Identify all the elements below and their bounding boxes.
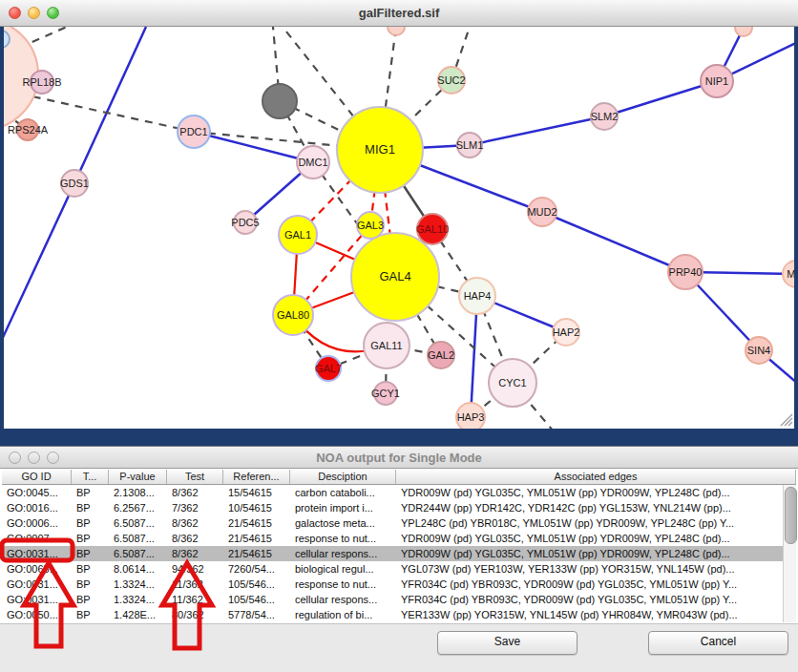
cell: YER133W (pp) YOR315W, YNL145W (pd) YHR08… bbox=[396, 607, 781, 622]
cancel-button[interactable]: Cancel bbox=[648, 631, 788, 655]
table-row[interactable]: GO:0050...BP1.428E...80/3625778/54...reg… bbox=[2, 607, 796, 622]
node-label: GAL11 bbox=[370, 340, 402, 351]
node-label: PDC5 bbox=[231, 217, 259, 228]
cell: 80/362 bbox=[167, 607, 223, 622]
node-label: GDS1 bbox=[60, 178, 89, 189]
node-label: NIP1 bbox=[705, 75, 728, 87]
table-header-row: GO IDT...P-valueTestReferen...Desciption… bbox=[2, 469, 796, 485]
cell: GO:0007... bbox=[2, 531, 72, 546]
cell: 8.0614... bbox=[109, 561, 167, 577]
column-header-t-[interactable]: T... bbox=[72, 470, 109, 484]
node-label: GCY1 bbox=[371, 388, 400, 399]
node-label: MUD2 bbox=[527, 206, 556, 218]
node-label: HAP4 bbox=[464, 290, 492, 302]
cell: 2.1308... bbox=[109, 485, 167, 500]
node-label: GAL80 bbox=[277, 309, 309, 321]
network-canvas[interactable]: RPL18BRPS24AGDS1PDC1PDC5MIG1DMC1SUC2SLM1… bbox=[0, 0, 798, 441]
cell: cellular respons... bbox=[290, 592, 396, 607]
node-label: HAP2 bbox=[553, 326, 580, 338]
cell: 6.5087... bbox=[109, 531, 167, 546]
cell: GO:0065... bbox=[2, 561, 72, 577]
cell: YDR009W (pd) YGL035C, YML051W (pp) YDR00… bbox=[396, 531, 781, 546]
node-label: GAL3 bbox=[357, 220, 384, 231]
cell: 21/54615 bbox=[223, 546, 290, 561]
cell: GO:0006... bbox=[2, 515, 72, 531]
noa-window-title: NOA output for Single Mode bbox=[0, 451, 798, 465]
cell: GO:0045... bbox=[2, 485, 72, 500]
node-label: HAP3 bbox=[457, 411, 485, 423]
cell: biological regul... bbox=[290, 561, 396, 577]
node-gray[interactable] bbox=[262, 84, 297, 118]
cell: carbon cataboli... bbox=[290, 485, 396, 500]
cell: 11/362 bbox=[167, 592, 223, 607]
cell: BP bbox=[72, 577, 109, 592]
table-body: GO:0045...BP2.1308...8/36215/54615carbon… bbox=[2, 485, 796, 622]
noa-window-titlebar[interactable]: NOA output for Single Mode bbox=[0, 447, 798, 469]
table-row[interactable]: GO:0031...BP6.5087...8/36221/54615cellul… bbox=[2, 546, 796, 561]
column-header-desciption[interactable]: Desciption bbox=[290, 470, 396, 484]
cell: YDR009W (pd) YGL035C, YML051W (pp) YDR00… bbox=[396, 546, 781, 561]
scrollbar-thumb[interactable] bbox=[785, 487, 797, 544]
cell: regulation of bi... bbox=[290, 607, 396, 622]
cell: YDR009W (pd) YGL035C, YML051W (pp) YDR00… bbox=[396, 485, 781, 500]
node-label: DMC1 bbox=[298, 157, 327, 168]
cell: 94/362 bbox=[167, 561, 223, 577]
cell: GO:0031... bbox=[2, 546, 72, 561]
node-label: SUC2 bbox=[437, 74, 465, 86]
column-header-test[interactable]: Test bbox=[167, 470, 223, 484]
cell: BP bbox=[72, 485, 109, 500]
cell: 10/54615 bbox=[223, 500, 290, 515]
cell: 8/362 bbox=[167, 485, 223, 500]
table-row[interactable]: GO:0006...BP6.5087...8/36221/54615galact… bbox=[2, 515, 796, 531]
cell: 21/54615 bbox=[223, 531, 290, 546]
cell: 6.5087... bbox=[109, 546, 167, 561]
column-header-p-value[interactable]: P-value bbox=[109, 470, 167, 484]
cell: BP bbox=[72, 500, 109, 515]
cell: response to nut... bbox=[290, 531, 396, 546]
save-button[interactable]: Save bbox=[437, 631, 578, 655]
table-row[interactable]: GO:0065...BP8.0614...94/3627260/54...bio… bbox=[2, 561, 796, 577]
cell: 7260/54... bbox=[223, 561, 290, 577]
network-window-title: galFiltered.sif bbox=[0, 6, 798, 20]
column-header-referen-[interactable]: Referen... bbox=[223, 470, 290, 484]
cell: GO:0016... bbox=[2, 500, 72, 515]
network-window-titlebar[interactable]: galFiltered.sif bbox=[0, 0, 798, 27]
cell: YFR034C (pd) YBR093C, YDR009W (pd) YGL03… bbox=[396, 592, 781, 607]
cell: 6.2567... bbox=[109, 500, 167, 515]
node-label: RPL18B bbox=[23, 76, 62, 88]
cell: 8/362 bbox=[167, 515, 223, 531]
table-row[interactable]: GO:0031...BP1.3324...11/362105/546...cel… bbox=[2, 592, 796, 607]
button-bar: Save Cancel bbox=[0, 623, 798, 672]
node-label: PRP40 bbox=[669, 266, 703, 278]
table-row[interactable]: GO:0031...BP1.3324...11/362105/546...res… bbox=[2, 577, 796, 592]
cell: BP bbox=[72, 546, 109, 561]
cell: BP bbox=[72, 607, 109, 622]
node-label: RPS24A bbox=[8, 124, 49, 136]
cell: 1.3324... bbox=[109, 577, 167, 592]
table-row[interactable]: GO:0016...BP6.2567...7/36210/54615protei… bbox=[2, 500, 796, 515]
cell: 15/54615 bbox=[223, 485, 290, 500]
cell: response to nut... bbox=[290, 577, 396, 592]
node-label: GAL4 bbox=[379, 269, 410, 284]
vertical-scrollbar[interactable] bbox=[783, 485, 796, 622]
cell: galactose meta... bbox=[290, 515, 396, 531]
cell: BP bbox=[72, 515, 109, 531]
node-label: CYC1 bbox=[498, 377, 526, 388]
table-row[interactable]: GO:0007...BP6.5087...8/36221/54615respon… bbox=[2, 531, 796, 546]
cell: YDR244W (pp) YDR142C, YDR142C (pp) YGL15… bbox=[396, 500, 781, 515]
node-label: SLM2 bbox=[591, 111, 619, 122]
cell: cellular respons... bbox=[290, 546, 396, 561]
cell: BP bbox=[72, 531, 109, 546]
column-header-go-id[interactable]: GO ID bbox=[2, 470, 72, 484]
cell: GO:0031... bbox=[2, 577, 72, 592]
node-label: GAL1 bbox=[284, 229, 311, 241]
cell: 21/54615 bbox=[223, 515, 290, 531]
table-row[interactable]: GO:0045...BP2.1308...8/36215/54615carbon… bbox=[2, 485, 796, 500]
cell: 105/546... bbox=[223, 592, 290, 607]
column-header-associated-edges[interactable]: Associated edges bbox=[396, 470, 796, 484]
cell: 7/362 bbox=[167, 500, 223, 515]
cell: 11/362 bbox=[167, 577, 223, 592]
node-label: SIN4 bbox=[747, 345, 770, 356]
cell: GO:0031... bbox=[2, 592, 72, 607]
node-label: MIG1 bbox=[365, 142, 395, 157]
